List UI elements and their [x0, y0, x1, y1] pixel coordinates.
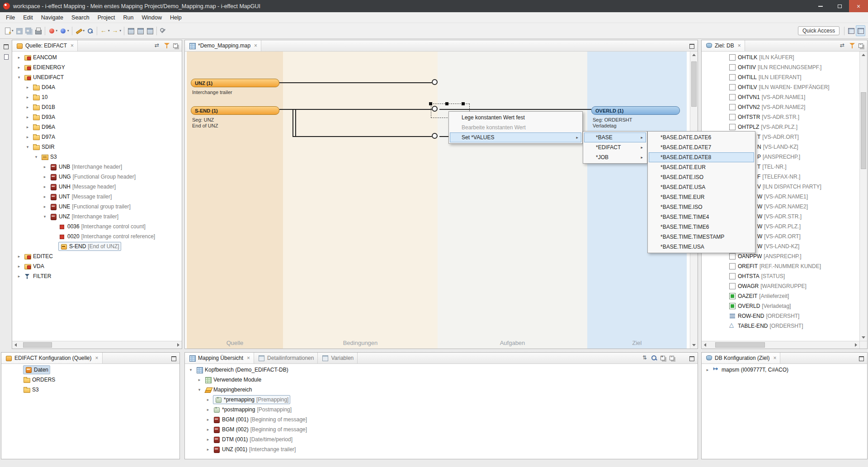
scrollbar-thumb[interactable]: [23, 342, 52, 348]
expander-collapsed-icon[interactable]: ▸: [24, 105, 31, 109]
save-icon[interactable]: [14, 25, 24, 36]
checkbox[interactable]: [729, 253, 736, 260]
menu-search[interactable]: Search: [67, 12, 94, 23]
menu-item[interactable]: *BASE.DATE.DATE8: [649, 152, 754, 162]
scrollbar-thumb[interactable]: [861, 92, 866, 169]
horizontal-scrollbar[interactable]: [12, 341, 182, 349]
selection-handle[interactable]: [462, 102, 465, 105]
collapse-all-icon[interactable]: [857, 42, 866, 50]
expander-collapsed-icon[interactable]: ▸: [24, 135, 31, 139]
tab-demo-mapping[interactable]: *Demo_Mapping.map ×: [185, 40, 261, 51]
source-tree-row[interactable]: ▸EDITEC: [12, 251, 182, 261]
target-tree-row[interactable]: ROW-END[ORDERSHT]: [702, 311, 859, 321]
scroll-up-icon[interactable]: [690, 52, 698, 59]
forward-icon[interactable]: ▾: [111, 25, 123, 36]
close-tab-icon[interactable]: ×: [71, 42, 74, 49]
expander-collapsed-icon[interactable]: ▸: [42, 165, 48, 169]
maximize-window-button[interactable]: [830, 0, 849, 12]
overview-tree-row[interactable]: ▸*premapping[Premapping]: [185, 395, 698, 405]
close-window-button[interactable]: ×: [849, 0, 868, 12]
menu-file[interactable]: File: [2, 12, 19, 23]
source-tree-row[interactable]: 0020[Interchange control reference]: [12, 231, 182, 241]
menu-item[interactable]: *BASE.TIME.EUR: [649, 192, 754, 202]
maximize-view-button[interactable]: [687, 354, 696, 363]
menu-help[interactable]: Help: [166, 12, 186, 23]
menu-item[interactable]: *JOB▸: [584, 152, 646, 162]
print-icon[interactable]: [33, 25, 43, 36]
selection-handle[interactable]: [429, 102, 432, 105]
expander-collapsed-icon[interactable]: ▸: [205, 407, 211, 412]
menu-item[interactable]: Bearbeite konstanten Wert: [450, 123, 581, 132]
expander-collapsed-icon[interactable]: ▸: [42, 175, 48, 179]
expander-collapsed-icon[interactable]: ▸: [704, 368, 711, 372]
config-list-row[interactable]: S3: [1, 385, 179, 395]
connection-line[interactable]: [279, 109, 432, 110]
checkbox[interactable]: [729, 113, 736, 121]
menu-run[interactable]: Run: [119, 12, 138, 23]
wrench-icon[interactable]: [159, 25, 168, 36]
scroll-left-icon[interactable]: [12, 341, 20, 349]
source-tree-row[interactable]: ▸D96A: [12, 122, 182, 132]
expander-collapsed-icon[interactable]: ▸: [16, 65, 22, 70]
menu-item[interactable]: *BASE.TIME.TIME6: [649, 222, 754, 232]
mapping-pencil-icon[interactable]: ▾: [74, 25, 86, 36]
expander-collapsed-icon[interactable]: ▸: [24, 85, 31, 90]
checkbox[interactable]: [729, 273, 736, 280]
target-tree-row[interactable]: OREFIT[REF.-NUMMER KUNDE]: [702, 261, 859, 271]
expander-collapsed-icon[interactable]: ▸: [24, 125, 31, 129]
menu-item[interactable]: *BASE.TIME.ISO: [649, 202, 754, 212]
source-tree-row[interactable]: ▸D97A: [12, 132, 182, 142]
source-tree-row[interactable]: ▸FILTER: [12, 271, 182, 281]
checkbox[interactable]: [729, 104, 736, 111]
scroll-down-icon[interactable]: [860, 333, 868, 341]
titlebar[interactable]: workspace - i-effect Mapping - Mein erst…: [0, 0, 868, 12]
menu-item[interactable]: *BASE.DATE.DATE6: [649, 132, 754, 142]
minimize-window-button[interactable]: [811, 0, 830, 12]
target-tree-row[interactable]: OHTILV[ILN WAREN- EMPFÄNGER]: [702, 82, 859, 92]
close-tab-icon[interactable]: ×: [254, 42, 257, 49]
close-tab-icon[interactable]: ×: [773, 355, 776, 361]
menu-window[interactable]: Window: [138, 12, 166, 23]
expander-expanded-icon[interactable]: ▾: [42, 214, 48, 219]
menu-item[interactable]: *BASE.DATE.ISO: [649, 172, 754, 182]
table-icon[interactable]: [136, 25, 145, 36]
source-tree-row[interactable]: ▸UNB[Interchange header]: [12, 162, 182, 172]
tab-mapping-übersicht[interactable]: Mapping Übersicht×: [185, 353, 254, 363]
overview-tree-row[interactable]: ▸Verwendete Module: [185, 375, 698, 385]
run-icon[interactable]: ▾: [47, 25, 59, 36]
source-tree-row[interactable]: ▾UNZ[Interchange trailer]: [12, 212, 182, 222]
expand-all-icon[interactable]: [659, 354, 668, 363]
connection-line[interactable]: [295, 109, 296, 137]
connection-port[interactable]: [432, 106, 438, 112]
checkbox[interactable]: [729, 84, 736, 91]
menu-item[interactable]: *BASE.DATE.DATE7: [649, 142, 754, 152]
source-tree-row[interactable]: ▸UNE[Functional group trailer]: [12, 202, 182, 212]
menu-item[interactable]: Set *VALUES▸: [450, 132, 581, 142]
expander-collapsed-icon[interactable]: ▸: [196, 377, 203, 382]
expander-collapsed-icon[interactable]: ▸: [205, 447, 211, 452]
overview-tree-row[interactable]: ▾Mappingbereich: [185, 385, 698, 395]
expander-collapsed-icon[interactable]: ▸: [16, 55, 22, 60]
target-tree-row[interactable]: OVERLD[Verladetag]: [702, 301, 859, 311]
target-tree-row[interactable]: OHTSTA[STATUS]: [702, 271, 859, 281]
source-tree-row[interactable]: ▸D04A: [12, 82, 182, 92]
target-tree-row[interactable]: OWAGR[WARENGRUPPE]: [702, 281, 859, 291]
tab-detailinformationen[interactable]: Detailinformationen: [254, 353, 318, 363]
tab-db-konfiguration[interactable]: DB Konfiguration (Ziel) ×: [702, 353, 780, 363]
maximize-view-button[interactable]: [857, 354, 866, 363]
search-icon[interactable]: [85, 25, 95, 36]
connection-line[interactable]: [292, 109, 293, 137]
expander-collapsed-icon[interactable]: ▸: [16, 274, 22, 278]
config-list-row[interactable]: Daten: [1, 365, 179, 375]
menu-edit[interactable]: Edit: [19, 12, 37, 23]
expander-collapsed-icon[interactable]: ▸: [205, 437, 211, 442]
checkbox[interactable]: [729, 283, 736, 290]
menu-item[interactable]: *BASE▸: [584, 132, 646, 142]
minimize-view-button[interactable]: [678, 354, 687, 363]
target-tree-row[interactable]: OHTVN2[VS-ADR.NAME2]: [702, 102, 859, 112]
node-overld[interactable]: OVERLD (1): [591, 106, 680, 115]
source-tree-row[interactable]: ▸EANCOM: [12, 52, 182, 62]
target-tree-row[interactable]: OHTILK[ILN KÄUFER]: [702, 52, 859, 62]
scrollbar-thumb[interactable]: [715, 342, 765, 348]
checkbox[interactable]: [729, 54, 736, 61]
